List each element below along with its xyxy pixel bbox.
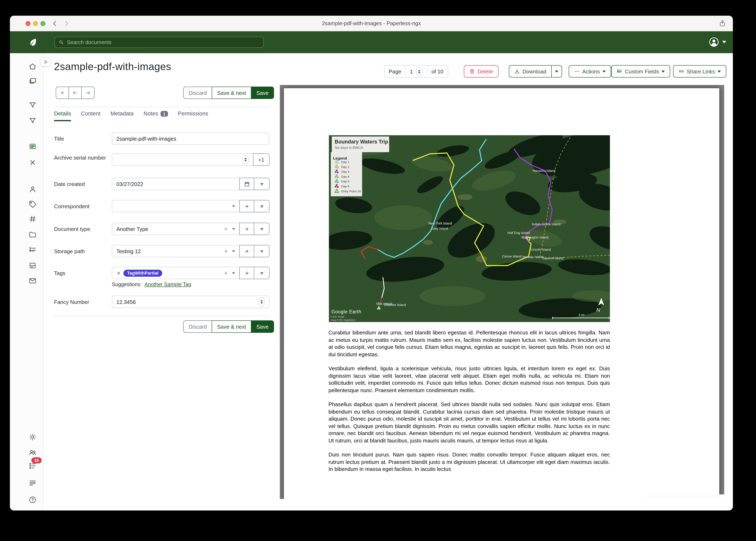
tab-content-label: Content	[81, 111, 101, 117]
add-correspondent-button[interactable]	[239, 200, 254, 212]
save-and-next-button[interactable]: Save & next	[212, 87, 251, 99]
asn-input[interactable]	[112, 153, 253, 166]
tag-chip[interactable]: TagWithPartial	[123, 270, 162, 276]
custom-fields-button[interactable]: Custom Fields	[611, 65, 670, 78]
filter-lines-icon	[259, 203, 265, 209]
tags-suggestions-button[interactable]	[254, 267, 269, 279]
arrow-right-icon	[85, 90, 91, 96]
next-document-button[interactable]	[81, 87, 95, 99]
divider	[54, 107, 269, 107]
save-group-bottom: Discard Save & next Save	[183, 320, 274, 333]
document-type-select[interactable]: Another Type	[112, 223, 240, 235]
sidebar-document-types-icon[interactable]	[28, 262, 37, 270]
sidebar-custom-fields-icon[interactable]	[28, 246, 37, 254]
share-links-button[interactable]: Share Links	[673, 65, 726, 78]
google-earth-logo: Google Earth	[331, 309, 361, 314]
close-window-button[interactable]	[26, 21, 31, 26]
tab-details[interactable]: Details	[54, 111, 71, 121]
storage-path-value: Testing 12	[116, 248, 141, 254]
clear-x-icon[interactable]	[224, 227, 228, 231]
share-icon[interactable]	[718, 19, 726, 27]
page-number-input[interactable]: 1	[405, 66, 427, 78]
sidebar-saved-view-filter-icon[interactable]	[28, 101, 37, 109]
history-back-icon[interactable]	[51, 20, 59, 27]
add-storage-path-button[interactable]	[239, 245, 254, 257]
discard-button[interactable]: Discard	[183, 87, 212, 99]
field-label-storage-path: Storage path	[54, 248, 109, 255]
sidebar-help-icon[interactable]	[28, 496, 37, 504]
user-menu[interactable]	[709, 37, 726, 47]
tab-metadata[interactable]: Metadata	[110, 111, 134, 121]
minimize-window-button[interactable]	[33, 21, 38, 26]
save-button[interactable]: Save	[251, 87, 274, 99]
document-type-suggestions-button[interactable]	[254, 223, 269, 235]
sidebar-correspondents-icon[interactable]	[28, 185, 37, 194]
select-caret-icon[interactable]	[232, 205, 235, 207]
discard-button-bottom[interactable]: Discard	[183, 320, 212, 333]
page-count-label: of 10	[427, 66, 448, 78]
sidebar-storage-paths-folder-icon[interactable]	[28, 231, 37, 239]
filter-lines-icon	[259, 270, 265, 276]
history-forward-icon[interactable]	[63, 20, 70, 27]
sidebar-open-document-icon[interactable]	[28, 142, 37, 151]
download-button[interactable]: Download	[509, 65, 552, 78]
map-title-box: Boundary Waters Trip Six days in BWCA	[332, 137, 389, 152]
search-input[interactable]	[67, 39, 260, 45]
preview-horizontal-scrollbar[interactable]	[645, 494, 724, 499]
tab-metadata-label: Metadata	[110, 111, 134, 117]
paperless-logo-leaf-icon[interactable]	[28, 38, 38, 47]
sidebar-dashboard-home-icon[interactable]	[28, 62, 37, 71]
remove-tag-x-icon[interactable]	[116, 271, 121, 275]
date-created-input[interactable]: 03/27/2022	[112, 178, 240, 190]
date-picker-button[interactable]	[239, 178, 254, 190]
select-caret-icon[interactable]	[232, 228, 235, 230]
map-legend-title: Legend	[333, 156, 347, 161]
fancy-number-input[interactable]: 12.3456	[112, 296, 269, 308]
download-options-button[interactable]	[551, 65, 562, 78]
title-input[interactable]: 2sample-pdf-with-images	[112, 132, 269, 145]
download-icon	[514, 68, 520, 74]
clear-x-icon[interactable]	[224, 271, 228, 275]
sidebar-settings-gear-icon[interactable]	[28, 433, 37, 441]
previous-document-button[interactable]	[69, 87, 82, 99]
delete-button[interactable]: Delete	[464, 65, 498, 78]
correspondent-select[interactable]	[112, 200, 240, 212]
close-editor-button[interactable]	[56, 87, 69, 99]
tags-select[interactable]: TagWithPartial	[112, 267, 240, 279]
fancy-number-spinner[interactable]	[258, 297, 265, 306]
sidebar-expand-button[interactable]	[40, 57, 51, 66]
sidebar-documents-icon[interactable]	[28, 77, 37, 85]
correspondent-suggestions-button[interactable]	[254, 200, 269, 212]
search-icon	[59, 40, 64, 45]
zoom-window-button[interactable]	[40, 21, 45, 26]
storage-path-suggestions-button[interactable]	[254, 245, 269, 257]
save-and-next-button-bottom[interactable]: Save & next	[212, 320, 251, 333]
sidebar-users-groups-icon[interactable]	[28, 448, 37, 456]
storage-path-select[interactable]: Testing 12	[112, 245, 240, 257]
save-button-bottom[interactable]: Save	[251, 320, 274, 333]
asn-spinner[interactable]	[242, 155, 249, 164]
actions-button[interactable]: Actions	[569, 65, 611, 78]
sidebar-tags-icon[interactable]	[28, 200, 37, 208]
asn-plus-one-button[interactable]: +1	[253, 153, 269, 166]
sidebar-mail-icon[interactable]	[28, 277, 37, 285]
select-caret-icon[interactable]	[232, 272, 235, 274]
map-legend: Legend Day 1Day 2Day 3Day 4Day 5Day 6Ent…	[331, 152, 362, 196]
field-label-fancy-number: Fancy Number	[54, 298, 109, 305]
page-spinner[interactable]	[416, 67, 423, 76]
add-document-type-button[interactable]	[239, 223, 254, 235]
tab-content[interactable]: Content	[81, 111, 101, 121]
suggestion-link[interactable]: Another Sample Tag	[145, 281, 191, 287]
sidebar-close-document-icon[interactable]	[28, 158, 37, 167]
map-island-label: Indian Grave Island	[532, 223, 560, 226]
sidebar-logs-icon[interactable]	[28, 479, 37, 487]
select-caret-icon[interactable]	[232, 250, 235, 252]
date-suggestions-button[interactable]	[254, 178, 269, 190]
sidebar-filter-icon[interactable]	[28, 117, 37, 125]
tab-permissions[interactable]: Permissions	[178, 111, 208, 121]
share-links-label: Share Links	[687, 68, 715, 74]
tab-notes[interactable]: Notes1	[144, 111, 168, 121]
clear-x-icon[interactable]	[224, 249, 228, 254]
add-tag-button[interactable]	[239, 267, 254, 279]
sidebar-asn-hash-icon[interactable]	[28, 215, 37, 223]
